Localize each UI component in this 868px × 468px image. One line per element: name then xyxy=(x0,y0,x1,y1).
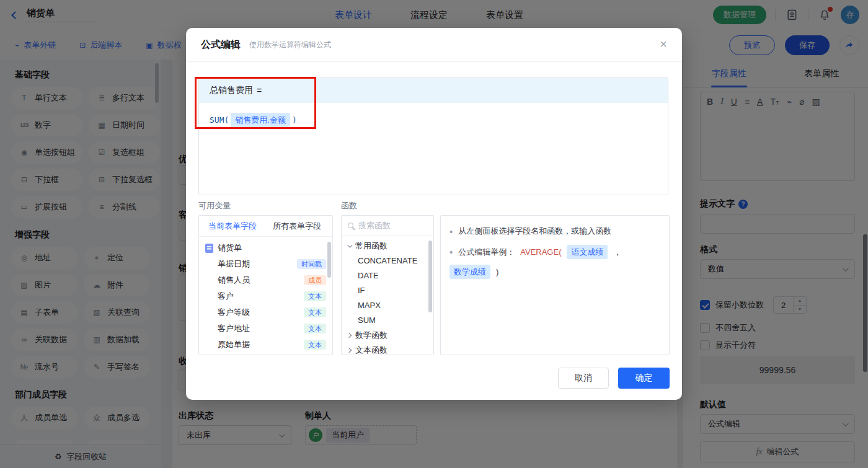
function-group[interactable]: 文本函数 xyxy=(342,343,433,355)
chevron-down-icon xyxy=(347,242,352,247)
formula-equals: = xyxy=(257,86,262,95)
modal-title: 公式编辑 xyxy=(201,38,241,51)
functions-label: 函数 xyxy=(341,200,357,211)
modal-subtitle: 使用数学运算符编辑公式 xyxy=(249,40,331,50)
variables-list: 销货单 单据日期时间戳销售人员成员客户文本客户等级文本客户地址文本原始单据文本 xyxy=(199,237,332,353)
function-group-label: 数学函数 xyxy=(355,330,388,341)
formula-editor-modal: 公式编辑 使用数学运算符编辑公式 × 总销售费用 = SUM( 销售费用.金额 … xyxy=(186,28,682,400)
help-bullet-1: • 从左侧面板选择字段名和函数，或输入函数 xyxy=(450,226,660,237)
variable-type-badge: 文本 xyxy=(304,307,326,317)
variable-type-badge: 时间戳 xyxy=(297,259,326,269)
variable-type-badge: 文本 xyxy=(304,340,326,350)
function-group[interactable]: 数学函数 xyxy=(342,328,433,343)
bullet-icon: • xyxy=(450,247,453,257)
example-close-paren: ) xyxy=(496,267,498,276)
functions-scrollbar-thumb[interactable] xyxy=(428,241,432,312)
formula-target-bar: 总销售费用 = xyxy=(199,78,668,103)
search-icon xyxy=(348,223,353,228)
variable-name: 客户地址 xyxy=(218,323,250,334)
cancel-button[interactable]: 取消 xyxy=(558,368,609,389)
formula-target: 总销售费用 xyxy=(210,85,253,96)
variable-row[interactable]: 客户地址文本 xyxy=(199,320,332,337)
example-prefix: 公式编辑举例： xyxy=(458,247,515,258)
tab-current-form-fields[interactable]: 当前表单字段 xyxy=(208,221,257,232)
function-item[interactable]: MAPX xyxy=(342,298,433,313)
chevron-right-icon xyxy=(347,348,352,353)
variable-type-badge: 成员 xyxy=(304,275,326,285)
variable-name: 单据日期 xyxy=(218,258,250,270)
variable-row[interactable]: 客户等级文本 xyxy=(199,304,332,320)
formula-editor[interactable]: 总销售费用 = SUM( 销售费用.金额 ) xyxy=(198,77,668,195)
formula-expression[interactable]: SUM( 销售费用.金额 ) xyxy=(199,103,668,137)
variable-name: 销售人员 xyxy=(218,275,250,286)
variables-tabs: 当前表单字段 所有表单字段 xyxy=(199,216,332,237)
help-bullet-2: • 公式编辑举例： AVERAGE( 语文成绩 ， 数学成绩 ) xyxy=(450,245,660,279)
variable-type-badge: 文本 xyxy=(304,291,326,301)
tree-root-label: 销货单 xyxy=(218,242,242,254)
function-group[interactable]: 常用函数 xyxy=(342,239,433,254)
formula-help-panel: • 从左侧面板选择字段名和函数，或输入函数 • 公式编辑举例： AVERAGE(… xyxy=(440,215,670,355)
variable-name: 客户 xyxy=(218,291,234,302)
bullet-icon: • xyxy=(450,227,453,236)
function-item[interactable]: DATE xyxy=(342,268,433,283)
formula-function: SUM( xyxy=(210,115,229,125)
formula-close-paren: ) xyxy=(292,115,297,125)
variable-row[interactable]: 单据日期时间戳 xyxy=(199,256,332,272)
tab-all-form-fields[interactable]: 所有表单字段 xyxy=(273,221,321,232)
function-tree: 常用函数CONCATENATEDATEIFMAPXSUM数学函数文本函数 xyxy=(342,236,433,355)
function-search-input[interactable]: 搜索函数 xyxy=(342,216,433,236)
close-icon[interactable]: × xyxy=(660,38,667,50)
function-item[interactable]: SUM xyxy=(342,313,433,328)
variable-name: 原始单据 xyxy=(218,339,250,350)
function-item[interactable]: CONCATENATE xyxy=(342,254,433,268)
example-token-1: 语文成绩 xyxy=(567,245,608,259)
variable-row[interactable]: 销售人员成员 xyxy=(199,272,332,288)
variables-label: 可用变量 xyxy=(198,200,231,211)
variables-scrollbar-thumb[interactable] xyxy=(327,242,331,278)
example-token-2: 数学成绩 xyxy=(450,265,490,279)
formula-field-token[interactable]: 销售费用.金额 xyxy=(231,113,290,127)
function-group-label: 文本函数 xyxy=(355,345,388,355)
modal-header: 公式编辑 使用数学运算符编辑公式 xyxy=(186,28,682,62)
variable-name: 客户等级 xyxy=(218,307,250,318)
chevron-right-icon xyxy=(347,333,352,338)
example-function: AVERAGE( xyxy=(520,247,561,257)
function-group-label: 常用函数 xyxy=(355,241,388,252)
example-separator: ， xyxy=(613,247,621,258)
variables-panel: 当前表单字段 所有表单字段 销货单 单据日期时间戳销售人员成员客户文本客户等级文… xyxy=(198,215,333,355)
variable-row[interactable]: 客户文本 xyxy=(199,288,332,304)
function-item[interactable]: IF xyxy=(342,283,433,298)
confirm-button[interactable]: 确定 xyxy=(618,368,670,389)
variable-row[interactable]: 原始单据文本 xyxy=(199,337,332,353)
functions-panel: 搜索函数 常用函数CONCATENATEDATEIFMAPXSUM数学函数文本函… xyxy=(341,215,434,355)
document-icon xyxy=(205,244,213,253)
search-placeholder: 搜索函数 xyxy=(358,220,391,231)
variable-type-badge: 文本 xyxy=(304,324,326,333)
variables-tree-root[interactable]: 销货单 xyxy=(199,240,332,256)
